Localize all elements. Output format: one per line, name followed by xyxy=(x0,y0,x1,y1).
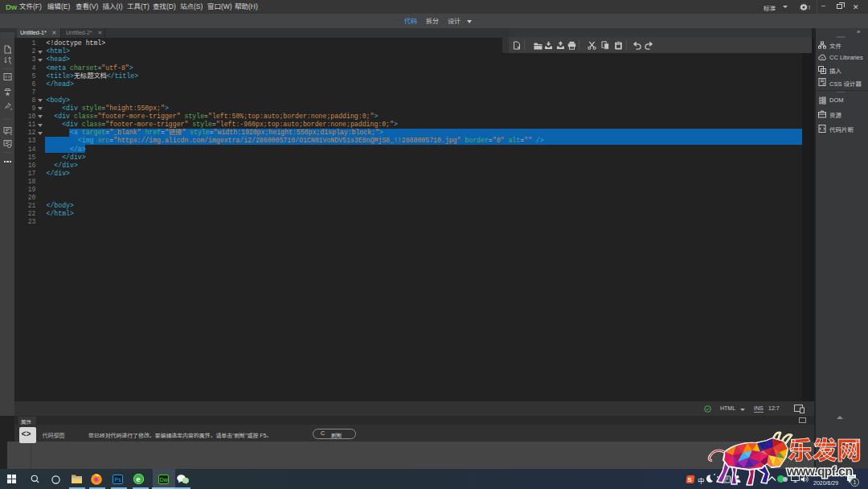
svg-text:Dw: Dw xyxy=(160,476,169,482)
svg-text:www.qpf.cn: www.qpf.cn xyxy=(786,464,852,478)
svg-text:Ps: Ps xyxy=(115,476,122,482)
svg-text:e: e xyxy=(136,475,140,483)
